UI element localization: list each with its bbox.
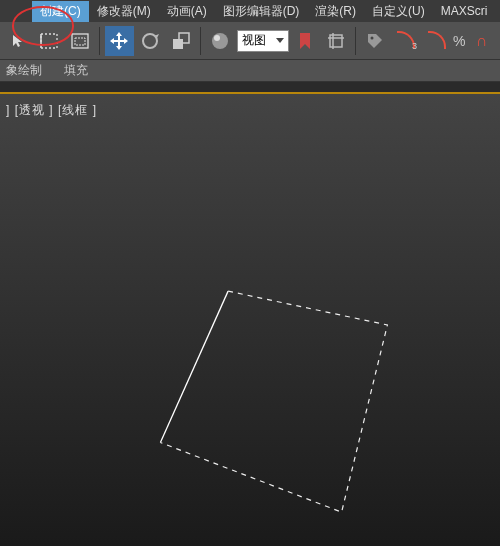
crop-button[interactable] — [321, 26, 350, 56]
arrow-icon — [10, 33, 26, 49]
menu-maxscript[interactable]: MAXScri — [433, 2, 496, 20]
angle-snap2-button[interactable] — [422, 26, 451, 56]
sphere-icon — [210, 31, 230, 51]
tag-icon — [366, 32, 384, 50]
svg-rect-2 — [75, 38, 85, 45]
menu-animation[interactable]: 动画(A) — [159, 1, 215, 22]
magnet-angle-icon — [428, 33, 446, 49]
marquee-select-button[interactable] — [35, 26, 64, 56]
arrow-select-button[interactable] — [4, 26, 33, 56]
svg-rect-4 — [173, 39, 183, 49]
svg-rect-1 — [72, 34, 88, 48]
label-object-draw: 象绘制 — [6, 62, 42, 79]
magnet-icon: ∩ — [476, 32, 488, 50]
menu-graph-editor[interactable]: 图形编辑器(D) — [215, 1, 308, 22]
svg-rect-8 — [330, 35, 342, 47]
plane-edge-solid — [160, 291, 228, 442]
viewport-canvas — [0, 94, 500, 546]
menu-render[interactable]: 渲染(R) — [307, 1, 364, 22]
view-dropdown-label: 视图 — [242, 32, 266, 49]
sphere-button[interactable] — [206, 26, 235, 56]
rotate-button[interactable] — [136, 26, 165, 56]
rotate-icon — [139, 30, 161, 52]
bookmark-button[interactable] — [291, 26, 320, 56]
tag-button[interactable] — [361, 26, 390, 56]
label-fill: 填充 — [64, 62, 88, 79]
percent-label: % — [453, 33, 465, 49]
window-select-button[interactable] — [65, 26, 94, 56]
bookmark-icon — [298, 32, 312, 50]
plane-edge-dashed — [160, 291, 387, 512]
secondary-toolbar: 象绘制 填充 — [0, 60, 500, 82]
snap-toggle-button[interactable]: ∩ — [467, 26, 496, 56]
toolbar-divider — [200, 27, 201, 55]
svg-point-7 — [214, 35, 220, 41]
svg-point-6 — [212, 33, 228, 49]
chevron-down-icon — [276, 38, 284, 43]
main-toolbar: 视图 3 % ∩ — [0, 22, 500, 60]
crop-icon — [327, 32, 345, 50]
scale-icon — [171, 31, 191, 51]
marquee-icon — [39, 32, 59, 50]
window-icon — [71, 33, 89, 49]
svg-rect-0 — [41, 34, 57, 48]
toolbar-divider — [355, 27, 356, 55]
move-button[interactable] — [105, 26, 134, 56]
menu-customize[interactable]: 自定义(U) — [364, 1, 433, 22]
menu-create[interactable]: 创建(C) — [32, 1, 89, 22]
scale-button[interactable] — [166, 26, 195, 56]
view-dropdown[interactable]: 视图 — [237, 30, 289, 52]
menu-modify[interactable]: 修改器(M) — [89, 1, 159, 22]
viewport[interactable]: ] [透视 ] [线框 ] — [0, 92, 500, 546]
angle-snap-button[interactable]: 3 — [392, 26, 421, 56]
magnet-angle-icon: 3 — [397, 33, 415, 49]
move-icon — [108, 30, 130, 52]
toolbar-divider — [99, 27, 100, 55]
menu-bar: 创建(C) 修改器(M) 动画(A) 图形编辑器(D) 渲染(R) 自定义(U)… — [0, 0, 500, 22]
svg-point-9 — [371, 36, 374, 39]
